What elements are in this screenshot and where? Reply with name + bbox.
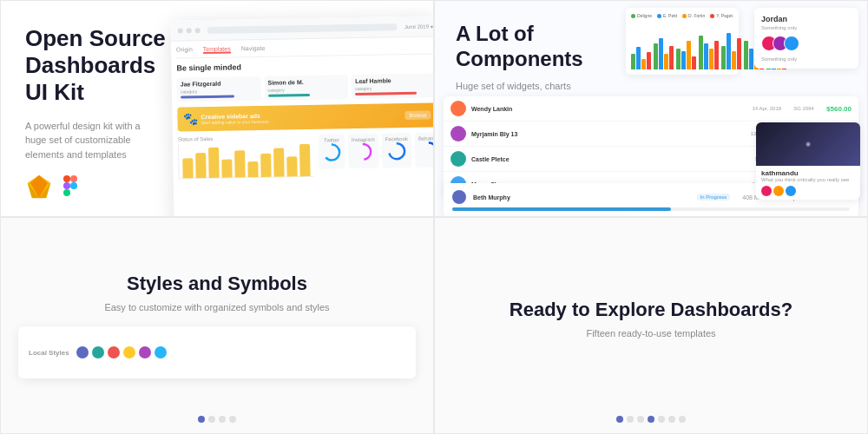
color-swatch [108,346,120,358]
progress-name: Beth Murphy [473,194,690,201]
main-subtitle: A powerful design kit with a huge set of… [25,119,164,162]
kathmandu-name: kathmandu [761,169,855,177]
svg-point-8 [70,182,77,189]
dash-section-title: Be single minded [176,59,434,72]
nav-dot-active [616,416,623,423]
svg-rect-6 [63,182,70,189]
jordan-subtitle: Something only [761,25,852,30]
nav-dot [229,416,236,423]
br-section-title: Ready to Explore Dashboards? [510,299,792,321]
bottom-left-cell: Styles and Symbols Easy to customize wit… [0,217,434,434]
color-swatch [76,346,89,358]
color-swatch [155,346,167,358]
bl-section-title: Styles and Symbols [127,273,307,295]
dash-promo: 🐾 Creative sidebar ads Start adding valu… [177,102,434,131]
bl-section-sub: Easy to customize with organized symbols… [104,302,329,312]
kathmandu-image: ◉ [756,122,860,166]
dashboard-preview: June 2019 ▾ Origin Templates Navigate Be… [170,16,434,217]
bar-chart-mini [631,22,733,69]
nav-dot [668,416,675,423]
kathmandu-sub: What you think critically you really see [761,177,855,182]
bar-chart-container: Deligne E. Petit D. Fortin Y. Paget [626,8,739,75]
dash-card-1: Jae Fitzgerald category [177,76,261,102]
progress-status: In Progress [697,194,731,201]
nav-dot [208,416,215,423]
nav-dot [627,416,634,423]
kathmandu-card: ◉ kathmandu What you think critically yo… [756,122,860,200]
br-dots-row [616,416,686,423]
dash-chart [178,142,314,180]
nav-dot [658,416,665,423]
nav-dot [637,416,644,423]
bottom-right-cell: Ready to Explore Dashboards? Fifteen rea… [434,217,868,434]
svg-rect-7 [63,189,70,196]
nav-dot-active [198,416,205,423]
nav-dot [219,416,226,423]
svg-point-9 [324,144,339,160]
svg-point-11 [389,143,404,159]
color-swatch [123,346,135,358]
dash-card-3: Leaf Hamble category [352,73,434,99]
figma-icon [60,174,81,201]
dash-cards: Jae Fitzgerald category Simon de M. cate… [177,73,434,102]
color-swatch [139,346,151,358]
styles-preview: Local Styles [18,326,416,378]
jordan-text: Something only [761,56,852,62]
br-section-sub: Fifteen ready-to-use templates [586,328,715,339]
jordan-card: Jordan Something only Something only [754,8,858,69]
color-swatches [76,346,167,358]
table-row: Wendy Lankin 14 Apr, 2019 SG 2094 $560.0… [444,96,858,122]
local-styles-label: Local Styles [29,349,69,357]
color-swatch [92,346,104,358]
top-left-cell: Open Source Dashboards UI Kit A powerful… [0,0,434,217]
chart-legend: Deligne E. Petit D. Fortin Y. Paget [631,13,733,18]
dash-social: Twitter Instagram Facebook [319,132,434,168]
svg-rect-4 [63,175,70,182]
svg-rect-5 [70,175,77,182]
dash-nav: Origin Templates Navigate [176,42,434,58]
dash-card-2: Simon de M. category [264,75,348,101]
bl-dots-row [198,416,236,423]
sketch-icon [25,174,53,201]
nav-dot [679,416,686,423]
top-right-cell: A Lot of Components Huge set of widgets,… [434,0,868,217]
jordan-name: Jordan [761,15,852,23]
nav-dot-active [648,416,654,423]
svg-point-10 [355,144,371,160]
svg-point-12 [421,142,434,158]
page-grid: Open Source Dashboards UI Kit A powerful… [0,0,868,434]
